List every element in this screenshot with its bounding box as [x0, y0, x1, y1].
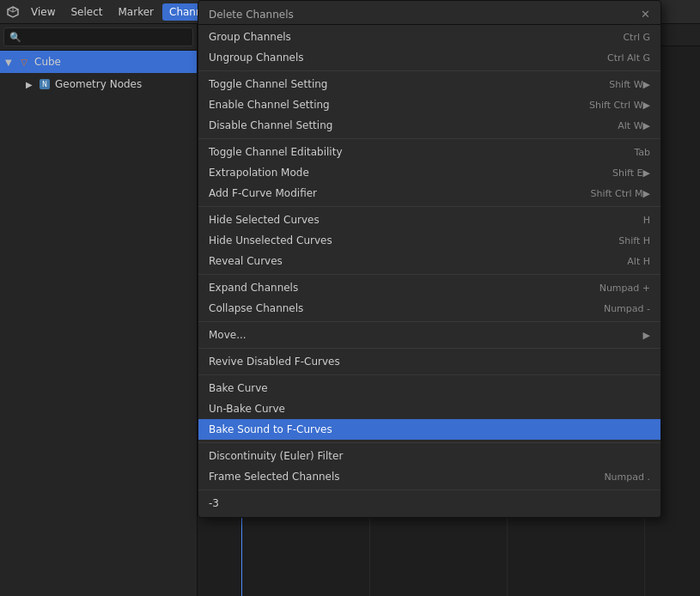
dropdown-item-ungroup-channels[interactable]: Ungroup Channels Ctrl Alt G	[198, 47, 660, 68]
svg-line-2	[13, 9, 18, 12]
separator-9	[198, 490, 660, 490]
dropdown-item-reveal-curves[interactable]: Reveal Curves Alt H	[198, 251, 660, 271]
dropdown-header: Delete Channels ✕	[198, 4, 660, 25]
dropdown-item-hide-selected[interactable]: Hide Selected Curves H	[198, 210, 660, 230]
menu-select[interactable]: Select	[64, 3, 109, 21]
dropdown-item-toggle-channel-setting[interactable]: Toggle Channel Setting Shift W▶	[198, 74, 660, 94]
separator-7	[198, 374, 660, 375]
tree-item-cube[interactable]: ▼ ▽ Cube	[0, 51, 197, 73]
search-bar: 🔍	[0, 24, 197, 51]
dropdown-item-discontinuity-filter[interactable]: Discontinuity (Euler) Filter	[198, 446, 660, 466]
tree-arrow-geometry: ▶	[26, 80, 38, 89]
separator-2	[198, 138, 660, 139]
dropdown-item-extrapolation-mode[interactable]: Extrapolation Mode Shift E▶	[198, 162, 660, 183]
dropdown-item-bake-curve[interactable]: Bake Curve	[198, 378, 660, 398]
separator-5	[198, 321, 660, 322]
object-icon: ▽	[17, 55, 31, 69]
search-input[interactable]: 🔍	[3, 27, 193, 46]
dropdown-item-move[interactable]: Move... ▶	[198, 325, 660, 345]
dropdown-item-group-channels[interactable]: Group Channels Ctrl G	[198, 27, 660, 47]
search-icon: 🔍	[9, 32, 21, 43]
tree-item-geometry-nodes[interactable]: ▶ N Geometry Nodes	[0, 73, 197, 95]
menu-view[interactable]: View	[24, 3, 62, 21]
dropdown-item-hide-unselected[interactable]: Hide Unselected Curves Shift H	[198, 230, 660, 251]
app-icon	[3, 3, 22, 21]
tree-label-geometry-nodes: Geometry Nodes	[55, 78, 142, 90]
dropdown-item-add-fcurve-modifier[interactable]: Add F-Curve Modifier Shift Ctrl M▶	[198, 183, 660, 204]
dropdown-title: Delete Channels	[209, 9, 294, 21]
separator-4	[198, 274, 660, 275]
separator-3	[198, 206, 660, 207]
tree-label-cube: Cube	[34, 56, 61, 68]
separator-1	[198, 70, 660, 71]
channel-dropdown: Delete Channels ✕ Group Channels Ctrl G …	[198, 0, 661, 518]
dropdown-item-enable-channel-setting[interactable]: Enable Channel Setting Shift Ctrl W▶	[198, 94, 660, 115]
tree-arrow-cube: ▼	[5, 58, 17, 67]
dropdown-item-minus3[interactable]: -3	[198, 493, 660, 514]
dropdown-item-collapse-channels[interactable]: Collapse Channels Numpad -	[198, 298, 660, 319]
modifier-icon: N	[38, 77, 52, 91]
separator-8	[198, 442, 660, 443]
dropdown-close-button[interactable]: ✕	[641, 8, 650, 21]
left-panel: 🔍 ▼ ▽ Cube ▶ N Geometry Nodes	[0, 24, 198, 596]
dropdown-item-toggle-editability[interactable]: Toggle Channel Editability Tab	[198, 142, 660, 162]
svg-text:N: N	[42, 81, 47, 88]
dropdown-item-bake-sound[interactable]: Bake Sound to F-Curves	[198, 419, 660, 440]
dropdown-item-unbake-curve[interactable]: Un-Bake Curve	[198, 398, 660, 419]
separator-6	[198, 348, 660, 349]
dropdown-item-revive-fcurves[interactable]: Revive Disabled F-Curves	[198, 351, 660, 372]
svg-line-3	[8, 9, 13, 12]
dropdown-item-expand-channels[interactable]: Expand Channels Numpad +	[198, 277, 660, 298]
menu-marker[interactable]: Marker	[112, 3, 161, 21]
dropdown-item-disable-channel-setting[interactable]: Disable Channel Setting Alt W▶	[198, 115, 660, 136]
dropdown-item-frame-selected[interactable]: Frame Selected Channels Numpad .	[198, 466, 660, 487]
